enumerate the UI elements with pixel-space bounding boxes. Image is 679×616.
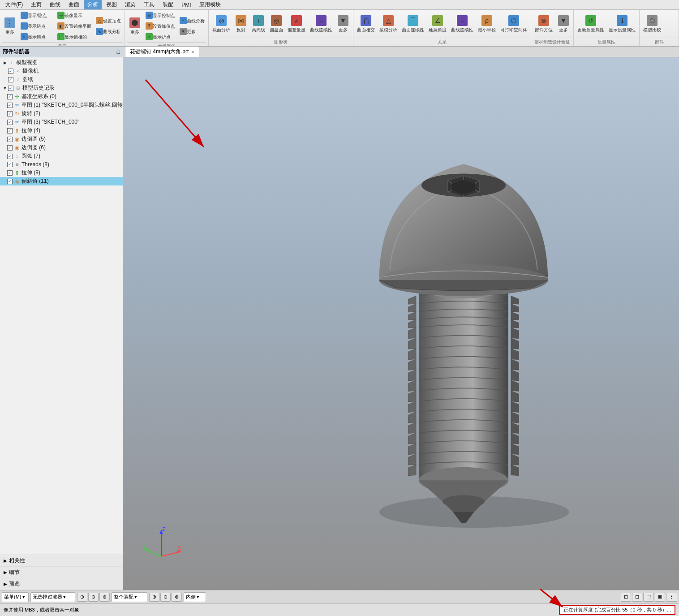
revolve-checkbox[interactable] xyxy=(7,111,13,116)
ribbon-btn-curve-analysis[interactable]: ∿ 曲线分析 xyxy=(94,27,123,37)
ribbon-btn-surface-intersect[interactable]: ⋂ 曲面相交 xyxy=(355,14,377,34)
tab-screw-file[interactable]: 花键螺钉.4mm内六角.prt × xyxy=(125,47,199,57)
ribbon-btn-min-radius[interactable]: ρ 最小半径 xyxy=(476,14,498,34)
ribbon-btn-set-mirror-plane[interactable]: ◧ 设置镜像平面 xyxy=(56,22,93,31)
tree-item-extrude4[interactable]: ⬆ 拉伸 (4) xyxy=(0,126,123,135)
render-btn2[interactable]: ⊟ xyxy=(632,593,642,602)
ribbon-btn-set-apex[interactable]: △ 设置顶点 xyxy=(94,16,123,26)
ribbon-btn-curve-cont[interactable]: ⌢ 曲线连续性 xyxy=(308,14,334,34)
ribbon-btn-more-shape[interactable]: ▼ 更多 xyxy=(335,14,351,34)
tree-item-edge5[interactable]: ◉ 边倒圆 (5) xyxy=(0,135,123,143)
drawing-checkbox[interactable] xyxy=(8,77,13,82)
ribbon-btn-show-props[interactable]: ℹ 显示质量属性 xyxy=(607,14,637,34)
tree-item-sketch3[interactable]: ✏ 草图 (3) "SKETCH_000" xyxy=(0,118,123,126)
menu-modules[interactable]: 应用模块 xyxy=(196,0,224,9)
tree-item-chamfer11[interactable]: ◈ 倒斜角 (11) xyxy=(0,177,123,185)
menu-dropdown[interactable]: 菜单(M) ▾ xyxy=(2,592,29,602)
sidebar-close-btn[interactable]: □ xyxy=(117,49,120,55)
ribbon-btn-extend-angle[interactable]: ∠ 延展角度 xyxy=(427,14,448,34)
ribbon-btn-show-peak-pts[interactable]: ⊼ 设置峰值点 xyxy=(144,22,177,31)
snap-btn1[interactable]: ⊕ xyxy=(77,593,87,602)
extrude9-checkbox[interactable] xyxy=(7,170,13,176)
render-btn4[interactable]: ⊠ xyxy=(655,593,665,602)
tree-item-threads8[interactable]: ≡ Threads (8) xyxy=(0,160,123,168)
menu-pmi[interactable]: PMI xyxy=(178,1,194,9)
chamfer11-checkbox[interactable] xyxy=(7,179,13,184)
render-btn5[interactable]: ⋮ xyxy=(666,593,677,602)
view-btn1[interactable]: ⊕ xyxy=(149,593,159,602)
menu-assembly[interactable]: 装配 xyxy=(159,0,177,9)
view-btn3[interactable]: ⊗ xyxy=(172,593,182,602)
tree-item-history[interactable]: ▼ ⊞ 模型历史记录 xyxy=(0,84,123,92)
ribbon-btn-highlight[interactable]: ≀ 高亮线 xyxy=(250,14,267,34)
menu-home[interactable]: 主页 xyxy=(27,0,45,9)
render-btn1[interactable]: ⊞ xyxy=(621,593,631,602)
ribbon-btn-section[interactable]: ⊘ 截面分析 xyxy=(211,14,232,34)
expand-history-icon[interactable]: ▼ xyxy=(2,85,8,91)
ribbon-btn-show-mirror[interactable]: ⌗ 显示镜点 xyxy=(19,32,55,42)
sidebar-header: 部件导航器 □ xyxy=(0,47,123,57)
menu-tools[interactable]: 工具 xyxy=(140,0,158,9)
ribbon-btn-show-fold-pts[interactable]: ∧ 显示折点 xyxy=(144,32,177,42)
ribbon-btn-disk[interactable]: ◎ 圆盘面 xyxy=(268,14,285,34)
menu-analysis[interactable]: 分析 xyxy=(84,0,102,9)
camera-checkbox[interactable] xyxy=(8,69,13,74)
menu-view[interactable]: 视图 xyxy=(103,0,120,9)
ribbon-btn-more-display[interactable]: ⋮ 更多 xyxy=(2,17,18,36)
sketch3-checkbox[interactable] xyxy=(7,120,13,125)
ribbon-btn-update-props[interactable]: ↺ 更新质量属性 xyxy=(576,14,606,34)
ribbon-btn-surface-cont[interactable]: ⌒ 曲面连续性 xyxy=(400,14,426,34)
ribbon-btn-curve-anal2[interactable]: ~ 曲线分析 xyxy=(178,16,206,26)
tab-close-btn[interactable]: × xyxy=(191,49,194,55)
sidebar-section-relevance[interactable]: ▶ 相关性 xyxy=(0,555,123,567)
ribbon-btn-more-curve2[interactable]: ▼ 更多 xyxy=(178,27,206,37)
expand-model-views-icon[interactable]: ▶ xyxy=(2,60,8,66)
threads8-checkbox[interactable] xyxy=(7,162,13,167)
coord-checkbox[interactable] xyxy=(7,94,13,99)
menu-curve[interactable]: 曲线 xyxy=(46,0,64,9)
ribbon-btn-show-points[interactable]: · 显示/隐点 xyxy=(19,11,55,21)
render-btn3[interactable]: ⬚ xyxy=(643,593,654,602)
edge5-checkbox[interactable] xyxy=(7,137,13,142)
snap-btn3[interactable]: ⊗ xyxy=(99,593,110,602)
history-checkbox[interactable] xyxy=(8,86,13,91)
ribbon-btn-mirror-display[interactable]: ⇔ 镜像显示 xyxy=(56,11,93,21)
viewport-3d[interactable]: Z X Y xyxy=(123,57,679,590)
ribbon-btn-deviation[interactable]: ≠ 偏差量显 xyxy=(286,14,307,34)
tree-item-coord[interactable]: ✛ 基准坐标系 (0) xyxy=(0,92,123,101)
ribbon-btn-reflect[interactable]: ⋈ 反射 xyxy=(233,14,249,34)
tree-item-circle7[interactable]: ○ 圆弧 (7) xyxy=(0,152,123,160)
view-type-dropdown[interactable]: 内侧 ▾ xyxy=(184,592,206,602)
menu-surface[interactable]: 曲面 xyxy=(65,0,83,9)
circle7-checkbox[interactable] xyxy=(7,154,13,159)
ribbon-btn-curve-cont2[interactable]: ⌢ 曲线连续性 xyxy=(449,14,475,34)
ribbon-btn-more-curve[interactable]: ⬢ 更多 xyxy=(127,17,143,36)
ribbon-btn-printable[interactable]: ⬡ 可打印空间体 xyxy=(499,14,529,34)
ribbon-btn-more-part[interactable]: ⬡ 模型比较 xyxy=(641,14,663,34)
menu-file[interactable]: 文件(F) xyxy=(2,0,26,9)
tree-item-drawing[interactable]: ▶ ✓ 图纸 xyxy=(0,75,123,84)
edge6-checkbox[interactable] xyxy=(7,145,13,151)
snap-btn2[interactable]: ⊙ xyxy=(88,593,99,602)
ribbon-btn-more-mold[interactable]: ▼ 更多 xyxy=(555,14,572,34)
ribbon-btn-draft-analysis[interactable]: △ 拔模分析 xyxy=(378,14,399,34)
ribbon-btn-show-mirrored[interactable]: ⊢ 显示镜相的 xyxy=(56,32,93,42)
extrude4-checkbox[interactable] xyxy=(7,128,13,134)
mirror-display-icon: ⇔ xyxy=(57,12,64,19)
assembly-dropdown[interactable]: 整个装配 ▾ xyxy=(112,592,147,602)
ribbon-btn-show-ctrl-pts[interactable]: ⊞ 显示控制点 xyxy=(144,11,177,21)
sidebar-section-preview[interactable]: ▶ 预览 xyxy=(0,578,123,590)
filter-dropdown[interactable]: 无选择过滤器 ▾ xyxy=(30,592,75,602)
tree-item-camera[interactable]: ▶ ✓ 摄像机 xyxy=(0,67,123,75)
tree-item-model-views[interactable]: ▶ + 模型视图 xyxy=(0,58,123,67)
tree-item-extrude9[interactable]: ⬆ 拉伸 (9) xyxy=(0,168,123,177)
ribbon-btn-show-links[interactable]: ⌒ 显示链点 xyxy=(19,22,55,31)
view-btn2[interactable]: ⊙ xyxy=(160,593,171,602)
sketch1-checkbox[interactable] xyxy=(7,103,13,108)
menu-render[interactable]: 渲染 xyxy=(121,0,139,9)
tree-item-sketch1[interactable]: ✏ 草图 (1) "SKETCH_000_0半圆头螺丝.回转线" xyxy=(0,101,123,109)
tree-item-revolve[interactable]: ↻ 旋转 (2) xyxy=(0,109,123,118)
ribbon-btn-part-orient[interactable]: ⊛ 部件方位 xyxy=(533,14,554,34)
tree-item-edge6[interactable]: ◉ 边倒圆 (6) xyxy=(0,143,123,152)
sidebar-section-detail[interactable]: ▶ 细节 xyxy=(0,567,123,578)
